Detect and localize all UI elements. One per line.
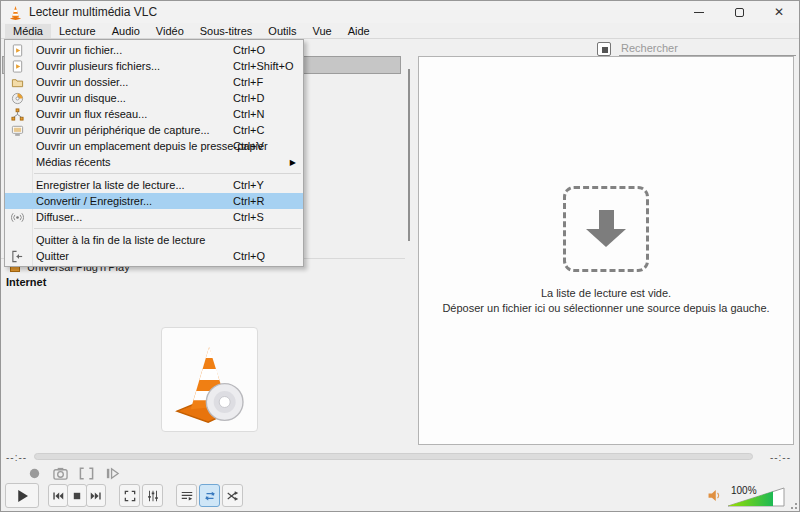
playlist-empty-subtitle: Déposer un fichier ici ou sélectionner u… [442,301,769,316]
drop-zone[interactable] [563,186,649,272]
menu-item-quitter-a-la-fin-de-la-liste-de-lecture[interactable]: Quitter à la fin de la liste de lecture [5,232,303,248]
menubar-item-outils[interactable]: Outils [260,24,304,38]
window-title: Lecteur multimédia VLC [29,5,157,19]
menu-item-label: Ouvrir plusieurs fichiers... [36,60,160,72]
menu-item-ouvrir-un-dossier[interactable]: Ouvrir un dossier...Ctrl+F [5,74,303,90]
menubar-item-vue[interactable]: Vue [304,24,339,38]
menubar-item-video[interactable]: Vidéo [148,24,192,38]
menu-item-shortcut: Ctrl+Y [233,179,264,191]
menu-item-label: Ouvrir un périphérique de capture... [36,124,210,136]
menu-separator [34,173,301,174]
menu-item-shortcut: Ctrl+Q [233,250,265,262]
seek-bar[interactable] [34,453,753,460]
window-controls: ✕ [679,1,799,23]
speaker-icon[interactable] [706,487,723,507]
resize-grip[interactable] [789,501,797,509]
menu-item-label: Ouvrir un dossier... [36,76,128,88]
folder-icon [10,75,24,89]
sidebar-scrollbar[interactable] [408,69,410,241]
menubar-item-sous-titres[interactable]: Sous-titres [192,24,261,38]
no-icon [10,139,24,153]
previous-button[interactable] [48,484,68,507]
snapshot-button[interactable] [52,466,69,481]
file-play-icon [10,43,24,57]
sidebar-header-internet: Internet [6,276,46,288]
search-input[interactable] [619,40,796,56]
menubar-item-aide[interactable]: Aide [340,24,378,38]
menu-item-shortcut: Ctrl+Shift+O [233,60,294,72]
vlc-window: Lecteur multimédia VLC ✕ MédiaLectureAud… [0,0,800,512]
menu-item-ouvrir-un-fichier[interactable]: Ouvrir un fichier...Ctrl+O [5,42,303,58]
menu-item-label: Convertir / Enregistrer... [36,195,152,207]
playlist-panel[interactable]: La liste de lecture est vide. Déposer un… [418,56,794,445]
shuffle-button[interactable] [222,484,243,507]
menu-item-label: Ouvrir un disque... [36,92,126,104]
ab-loop-button[interactable] [78,466,95,481]
transport-row: 100% [5,483,795,508]
menu-item-ouvrir-plusieurs-fichiers[interactable]: Ouvrir plusieurs fichiers...Ctrl+Shift+O [5,58,303,74]
playlist-toggle-button[interactable] [176,484,197,507]
menu-item-shortcut: Ctrl+F [233,76,263,88]
content-area: Universal Plug'n'Play Internet [1,39,799,447]
download-arrow-icon [586,210,626,247]
titlebar: Lecteur multimédia VLC ✕ [1,1,799,23]
menu-item-ouvrir-un-emplacement-depuis-le-presse-papier[interactable]: Ouvrir un emplacement depuis le presse-p… [5,138,303,154]
menubar-item-lecture[interactable]: Lecture [51,24,104,38]
vlc-cone-logo [166,333,254,427]
submenu-arrow-icon: ▶ [290,158,296,167]
exit-icon [10,249,24,263]
file-play-icon [10,59,24,73]
disc-icon [10,91,24,105]
menu-item-shortcut: Ctrl+S [233,211,264,223]
bottom-controls: --:-- --:-- 100% [1,447,799,511]
view-mode-toggle-icon[interactable] [597,42,611,56]
menu-item-quitter[interactable]: QuitterCtrl+Q [5,248,303,264]
loop-button[interactable] [199,484,220,507]
network-icon [10,107,24,121]
minimize-button[interactable] [679,1,719,23]
advanced-controls-row [26,466,121,481]
menu-item-shortcut: Ctrl+N [233,108,264,120]
menu-item-label: Quitter à la fin de la liste de lecture [36,234,205,246]
media-menu-dropdown: Ouvrir un fichier...Ctrl+OOuvrir plusieu… [4,39,304,267]
album-art-placeholder [161,327,258,432]
menubar: MédiaLectureAudioVidéoSous-titresOutilsV… [1,23,799,39]
playlist-empty-title: La liste de lecture est vide. [541,286,671,301]
menu-item-label: Médias récents [36,156,111,168]
maximize-button[interactable] [719,1,759,23]
no-icon [10,233,24,247]
menu-item-shortcut: Ctrl+O [233,44,265,56]
frame-by-frame-button[interactable] [104,466,121,481]
menu-item-enregistrer-la-liste-de-lecture[interactable]: Enregistrer la liste de lecture...Ctrl+Y [5,177,303,193]
next-button[interactable] [86,484,106,507]
menu-item-shortcut: Ctrl+R [233,195,264,207]
volume-area: 100% [706,485,795,507]
vlc-cone-icon [8,5,23,20]
remaining-time: --:-- [770,452,791,463]
no-icon [10,155,24,169]
capture-device-icon [10,123,24,137]
menu-item-ouvrir-un-disque[interactable]: Ouvrir un disque...Ctrl+D [5,90,303,106]
equalizer-button[interactable] [142,484,163,507]
broadcast-icon [10,210,24,224]
menu-item-convertir-enregistrer[interactable]: Convertir / Enregistrer...Ctrl+R [5,193,303,209]
menu-item-shortcut: Ctrl+D [233,92,264,104]
menu-item-ouvrir-un-flux-re-seau[interactable]: Ouvrir un flux réseau...Ctrl+N [5,106,303,122]
menu-item-label: Ouvrir un fichier... [36,44,122,56]
play-button[interactable] [5,483,39,508]
menu-item-label: Quitter [36,250,69,262]
menu-item-ouvrir-un-pe-riphe-rique-de-capture[interactable]: Ouvrir un périphérique de capture...Ctrl… [5,122,303,138]
menubar-item-media[interactable]: Média [5,24,51,38]
fullscreen-button[interactable] [119,484,140,507]
menu-item-diffuser[interactable]: Diffuser...Ctrl+S [5,209,303,225]
stop-button[interactable] [67,484,87,507]
record-button[interactable] [26,466,43,481]
menubar-item-audio[interactable]: Audio [104,24,148,38]
close-button[interactable]: ✕ [759,1,799,23]
menu-item-me-dias-re-cents[interactable]: Médias récents▶ [5,154,303,170]
menu-item-label: Enregistrer la liste de lecture... [36,179,185,191]
menu-item-label: Ouvrir un flux réseau... [36,108,147,120]
volume-slider[interactable]: 100% [727,485,785,507]
menu-item-shortcut: Ctrl+C [233,124,264,136]
menu-separator [34,228,301,229]
